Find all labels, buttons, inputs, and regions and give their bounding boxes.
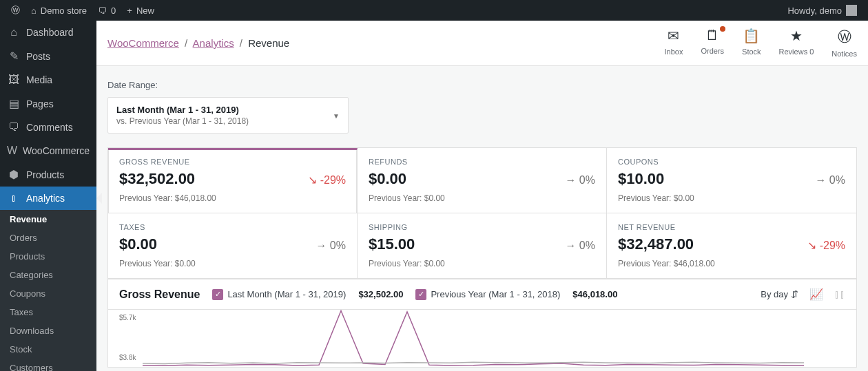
sidebar-item-label: Comments xyxy=(26,122,73,133)
menu-icon: ⌂ xyxy=(7,26,21,39)
bar-chart-icon[interactable]: ⫿⫿ xyxy=(834,288,845,301)
comment-icon: 🗨 xyxy=(98,6,107,16)
admin-sidebar: ⌂Dashboard✎Posts🖾Media▤Pages🗨CommentsWWo… xyxy=(0,21,96,371)
breadcrumb-root[interactable]: WooCommerce xyxy=(107,37,179,49)
submenu-item-stock[interactable]: Stock xyxy=(0,340,96,359)
y-tick: $5.7k xyxy=(119,314,136,321)
sidebar-item-media[interactable]: 🖾Media xyxy=(0,68,96,92)
submenu-item-orders[interactable]: Orders xyxy=(0,229,96,247)
stat-delta: ↘ -29% xyxy=(807,239,845,252)
stat-delta: → 0% xyxy=(565,240,595,252)
stat-label: SHIPPING xyxy=(369,223,595,231)
sidebar-item-pages[interactable]: ▤Pages xyxy=(0,92,96,116)
sidebar-item-analytics[interactable]: ⫾Analytics xyxy=(0,187,96,210)
stat-delta: ↘ -29% xyxy=(308,173,346,187)
stat-card-shipping[interactable]: SHIPPING$15.00→ 0%Previous Year: $0.00 xyxy=(358,213,607,279)
chart-series-line xyxy=(143,362,804,363)
action-icon: Ⓦ xyxy=(831,28,857,46)
new-content-link[interactable]: +New xyxy=(121,6,160,16)
breadcrumb-parent[interactable]: Analytics xyxy=(193,37,234,49)
date-range-label: Date Range: xyxy=(107,80,857,90)
date-range-main: Last Month (Mar 1 - 31, 2019) xyxy=(116,105,323,115)
stat-card-taxes[interactable]: TAXES$0.00→ 0%Previous Year: $0.00 xyxy=(108,213,358,279)
avatar xyxy=(846,5,857,16)
top-bar: WooCommerce / Analytics / Revenue ✉Inbox… xyxy=(96,21,868,66)
menu-icon: 🗨 xyxy=(7,121,21,134)
menu-icon: ✎ xyxy=(7,50,21,63)
top-action-orders[interactable]: 🗒Orders xyxy=(701,28,724,59)
interval-select[interactable]: By day ⇵ xyxy=(761,289,798,299)
submenu-item-products[interactable]: Products xyxy=(0,247,96,266)
action-icon: ★ xyxy=(779,28,814,44)
stat-delta: → 0% xyxy=(316,240,346,252)
action-icon: ✉ xyxy=(665,28,683,44)
breadcrumb: WooCommerce / Analytics / Revenue xyxy=(107,37,289,49)
account-link[interactable]: Howdy, demo xyxy=(782,5,862,16)
menu-icon: W xyxy=(7,145,17,157)
sidebar-item-label: Analytics xyxy=(26,193,65,204)
series1-value: $32,502.00 xyxy=(358,289,403,299)
stat-prev: Previous Year: $0.00 xyxy=(119,259,346,268)
sidebar-item-products[interactable]: ⬢Products xyxy=(0,162,96,187)
sort-icon: ⇵ xyxy=(791,289,798,299)
date-range-sub: vs. Previous Year (Mar 1 - 31, 2018) xyxy=(116,116,323,126)
sidebar-item-comments[interactable]: 🗨Comments xyxy=(0,116,96,139)
date-range-dropdown[interactable]: Last Month (Mar 1 - 31, 2019) vs. Previo… xyxy=(107,97,349,134)
menu-icon: ⫾ xyxy=(7,192,21,204)
chevron-down-icon: ▼ xyxy=(333,112,340,119)
top-action-stock[interactable]: 📋Stock xyxy=(742,28,761,59)
submenu-item-categories[interactable]: Categories xyxy=(0,266,96,284)
sidebar-item-label: Posts xyxy=(26,51,50,62)
stat-delta: → 0% xyxy=(815,174,845,187)
admin-bar: ⓦ ⌂Demo store 🗨0 +New Howdy, demo xyxy=(0,0,868,21)
checkbox-icon: ✓ xyxy=(212,289,223,300)
stat-delta: → 0% xyxy=(565,174,595,187)
stat-card-refunds[interactable]: REFUNDS$0.00→ 0%Previous Year: $0.00 xyxy=(358,148,607,213)
chart-title: Gross Revenue xyxy=(119,288,200,301)
submenu-item-downloads[interactable]: Downloads xyxy=(0,321,96,340)
stat-card-net-revenue[interactable]: NET REVENUE$32,487.00↘ -29%Previous Year… xyxy=(607,213,856,279)
stat-value: $10.00 xyxy=(618,170,664,188)
stat-label: GROSS REVENUE xyxy=(119,158,346,166)
wp-logo[interactable]: ⓦ xyxy=(6,4,25,17)
chart-header: Gross Revenue ✓ Last Month (Mar 1 - 31, … xyxy=(107,279,857,310)
main-content: WooCommerce / Analytics / Revenue ✉Inbox… xyxy=(96,21,868,371)
sidebar-item-label: Products xyxy=(26,169,64,180)
series2-value: $46,018.00 xyxy=(572,289,617,299)
comments-link[interactable]: 🗨0 xyxy=(92,6,121,16)
stat-card-gross-revenue[interactable]: GROSS REVENUE$32,502.00↘ -29%Previous Ye… xyxy=(108,148,358,213)
top-action-reviews[interactable]: ★Reviews 0 xyxy=(779,28,814,59)
sidebar-item-label: Dashboard xyxy=(26,27,74,38)
sidebar-item-woocommerce[interactable]: WWooCommerce xyxy=(0,139,96,162)
menu-icon: 🖾 xyxy=(7,74,21,86)
sidebar-item-label: WooCommerce xyxy=(23,145,90,156)
submenu-item-revenue[interactable]: Revenue xyxy=(0,210,96,229)
series1-toggle[interactable]: ✓ Last Month (Mar 1 - 31, 2019) xyxy=(212,289,346,300)
stat-prev: Previous Year: $46,018.00 xyxy=(618,259,845,268)
sidebar-item-posts[interactable]: ✎Posts xyxy=(0,44,96,68)
stat-value: $32,487.00 xyxy=(618,235,694,253)
menu-icon: ▤ xyxy=(7,97,21,110)
submenu-item-taxes[interactable]: Taxes xyxy=(0,303,96,321)
y-tick: $3.8k xyxy=(119,354,136,361)
stat-value: $0.00 xyxy=(369,170,406,188)
action-icon: 🗒 xyxy=(701,28,724,43)
submenu-item-coupons[interactable]: Coupons xyxy=(0,284,96,303)
top-action-inbox[interactable]: ✉Inbox xyxy=(665,28,683,59)
submenu-item-customers[interactable]: Customers xyxy=(0,359,96,371)
home-icon: ⌂ xyxy=(31,6,37,16)
chart-series-line xyxy=(143,310,804,365)
top-action-notices[interactable]: ⓌNotices xyxy=(831,28,857,59)
site-name-link[interactable]: ⌂Demo store xyxy=(25,6,92,16)
stat-value: $0.00 xyxy=(119,235,157,253)
sidebar-item-dashboard[interactable]: ⌂Dashboard xyxy=(0,21,96,44)
stat-card-coupons[interactable]: COUPONS$10.00→ 0%Previous Year: $0.00 xyxy=(607,148,856,213)
breadcrumb-current: Revenue xyxy=(248,37,289,49)
plus-icon: + xyxy=(127,6,132,16)
stat-value: $15.00 xyxy=(369,235,415,253)
series2-toggle[interactable]: ✓ Previous Year (Mar 1 - 31, 2018) xyxy=(415,289,560,300)
stat-prev: Previous Year: $46,018.00 xyxy=(119,193,346,203)
stats-grid: GROSS REVENUE$32,502.00↘ -29%Previous Ye… xyxy=(107,147,857,279)
stat-value: $32,502.00 xyxy=(119,170,195,188)
line-chart-icon[interactable]: 📈 xyxy=(809,288,823,301)
